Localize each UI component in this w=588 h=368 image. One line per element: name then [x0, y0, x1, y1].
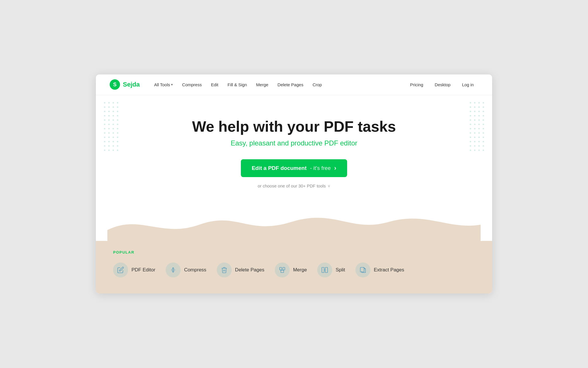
cta-arrow-icon: ›	[334, 164, 336, 172]
nav-desktop[interactable]: Desktop	[430, 80, 455, 89]
nav-links: All Tools ▾ Compress Edit Fill & Sign Me…	[150, 80, 406, 89]
nav-crop[interactable]: Crop	[309, 80, 326, 89]
extract-icon	[359, 267, 366, 273]
tool-merge[interactable]: Merge	[275, 262, 307, 277]
compress-icon	[170, 267, 177, 273]
svg-rect-2	[280, 267, 282, 270]
svg-rect-8	[325, 267, 328, 273]
split-icon-circle	[317, 262, 332, 277]
logo-icon: S	[110, 79, 120, 90]
popular-section: POPULAR PDF Editor	[96, 241, 492, 294]
wave-decoration	[107, 208, 481, 241]
nav-compress[interactable]: Compress	[178, 80, 206, 89]
delete-pages-icon-circle	[217, 262, 232, 277]
tool-compress[interactable]: Compress	[166, 262, 206, 277]
cta-button[interactable]: Edit a PDF document - it's free ›	[241, 159, 347, 177]
nav-pricing[interactable]: Pricing	[405, 80, 428, 89]
tool-extract-pages[interactable]: Extract Pages	[355, 262, 404, 277]
compress-icon-circle	[166, 262, 181, 277]
merge-icon	[279, 267, 286, 273]
tools-link-text: or choose one of our 30+ PDF tools	[258, 183, 326, 188]
nav-delete-pages[interactable]: Delete Pages	[274, 80, 307, 89]
split-label: Split	[336, 267, 345, 273]
nav-fill-sign[interactable]: Fill & Sign	[224, 80, 251, 89]
tool-split[interactable]: Split	[317, 262, 345, 277]
split-icon	[321, 267, 328, 273]
edit-icon	[117, 267, 124, 273]
extract-pages-label: Extract Pages	[374, 267, 404, 273]
browser-window: S Sejda All Tools ▾ Compress Edit Fill &…	[96, 74, 492, 294]
svg-rect-10	[360, 267, 364, 272]
cta-main-text: Edit a PDF document	[252, 165, 307, 171]
nav-login[interactable]: Log in	[457, 80, 478, 89]
popular-label: POPULAR	[113, 250, 475, 254]
delete-pages-label: Delete Pages	[235, 267, 264, 273]
hero-subtitle: Easy, pleasant and productive PDF editor	[231, 139, 357, 147]
nav-all-tools[interactable]: All Tools ▾	[150, 80, 177, 89]
merge-icon-circle	[275, 262, 290, 277]
extract-pages-icon-circle	[355, 262, 370, 277]
compress-label: Compress	[184, 267, 206, 273]
navbar: S Sejda All Tools ▾ Compress Edit Fill &…	[96, 74, 492, 95]
nav-merge[interactable]: Merge	[252, 80, 272, 89]
tools-link[interactable]: or choose one of our 30+ PDF tools ∨	[258, 183, 330, 188]
chevron-down-icon: ▾	[171, 83, 173, 87]
pdf-editor-label: PDF Editor	[131, 267, 155, 273]
nav-right: Pricing Desktop Log in	[405, 80, 478, 89]
hero-title: We help with your PDF tasks	[192, 118, 396, 135]
svg-line-5	[281, 270, 282, 270]
pdf-editor-icon-circle	[113, 262, 128, 277]
tool-delete-pages[interactable]: Delete Pages	[217, 262, 264, 277]
dot-pattern-right	[470, 102, 484, 151]
svg-rect-4	[281, 270, 284, 273]
svg-line-6	[283, 270, 284, 270]
trash-icon	[221, 267, 228, 273]
tool-pdf-editor[interactable]: PDF Editor	[113, 262, 155, 277]
hero-section: We help with your PDF tasks Easy, pleasa…	[96, 95, 492, 241]
svg-rect-7	[322, 267, 324, 273]
nav-edit[interactable]: Edit	[207, 80, 223, 89]
tools-row: PDF Editor Compress	[113, 262, 475, 277]
logo[interactable]: S Sejda	[110, 79, 140, 90]
brand-name: Sejda	[123, 81, 140, 88]
cta-sub-text: - it's free	[310, 165, 331, 171]
chevron-down-icon: ∨	[328, 184, 330, 188]
merge-label: Merge	[293, 267, 307, 273]
svg-rect-3	[283, 267, 285, 270]
dot-pattern-left	[104, 102, 118, 151]
